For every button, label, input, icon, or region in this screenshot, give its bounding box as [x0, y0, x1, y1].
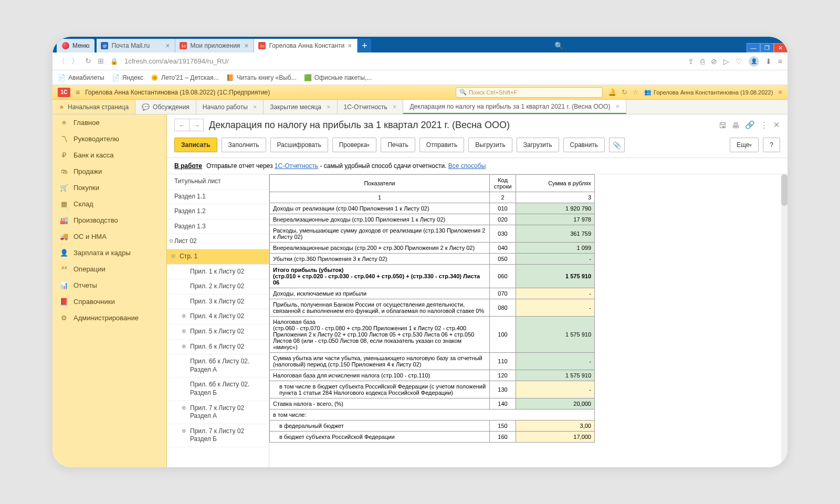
fill-button[interactable]: Заполнить: [222, 138, 266, 152]
grid-cell-value[interactable]: 1 575 910: [516, 265, 595, 288]
sidebar-item[interactable]: ⚙Администрирование: [52, 310, 166, 326]
grid-cell-value[interactable]: -: [516, 353, 595, 370]
nav-forward-icon[interactable]: 〉: [71, 57, 79, 66]
page-forward-button[interactable]: →: [189, 119, 204, 131]
status-link-1c[interactable]: 1С-Отчетность: [275, 162, 318, 170]
save-disk-icon[interactable]: 🖫: [719, 121, 727, 130]
tab-close-icon[interactable]: ×: [253, 103, 257, 111]
print-button[interactable]: Печать: [381, 138, 415, 152]
compare-button[interactable]: Сравнить: [563, 138, 605, 152]
status-work[interactable]: В работе: [174, 162, 202, 170]
browser-tab[interactable]: 1cГорелова Анна Константи×: [254, 39, 358, 52]
nav-reload-icon[interactable]: ↻: [85, 57, 91, 66]
sidebar-item[interactable]: 🛒Покупки: [52, 180, 166, 196]
tree-item[interactable]: ⊕Прил. 5 к Листу 02: [167, 324, 269, 340]
profile-avatar[interactable]: 👤: [749, 56, 759, 67]
grid-cell-value[interactable]: 1 099: [516, 243, 595, 254]
tree-item[interactable]: ⊕Прил. 6 к Листу 02: [167, 340, 269, 355]
download-button[interactable]: Загрузить: [517, 138, 559, 152]
history-icon[interactable]: ↻: [622, 88, 627, 96]
help-button[interactable]: ?: [763, 138, 780, 152]
grid-cell-value[interactable]: 1 575 910: [516, 370, 595, 381]
new-tab-button[interactable]: +: [358, 39, 371, 52]
grid-cell-value[interactable]: 361 759: [516, 225, 595, 243]
camera-icon[interactable]: ⎙: [700, 57, 705, 66]
tab-close-icon[interactable]: ×: [327, 103, 331, 111]
app-tab[interactable]: Начало работы×: [196, 100, 264, 114]
tree-item[interactable]: ⊕Прил. 4 к Листу 02: [167, 309, 269, 324]
star-icon[interactable]: ☆: [633, 88, 639, 96]
grid-cell-value[interactable]: -: [516, 381, 595, 398]
save-button[interactable]: Записать: [174, 138, 217, 152]
app-tab[interactable]: Закрытие месяца×: [264, 100, 337, 114]
sidebar-item[interactable]: 🚚ОС и НМА: [52, 228, 166, 245]
browser-tab[interactable]: 1cМои приложения×: [175, 39, 254, 52]
tree-expand-icon[interactable]: ⊕: [182, 328, 186, 334]
window-close-button[interactable]: ✕: [774, 43, 788, 52]
window-minimize-button[interactable]: —: [747, 43, 760, 52]
tabbar-search-icon[interactable]: 🔍: [552, 39, 566, 52]
tree-item[interactable]: Раздел 1.3: [167, 219, 269, 235]
sidebar-item[interactable]: ≡Главное: [52, 114, 166, 131]
heart-icon[interactable]: ♡: [736, 57, 742, 66]
extensions-icon[interactable]: ≡: [778, 57, 782, 66]
sidebar-item[interactable]: 🛍Продажи: [52, 163, 166, 180]
status-link-all[interactable]: Все способы: [448, 162, 486, 170]
app-tab[interactable]: Декларация по налогу на прибыль за 1 ква…: [403, 100, 626, 114]
tab-close-icon[interactable]: ×: [165, 41, 170, 50]
tree-item[interactable]: Прил. 2 к Листу 02: [167, 279, 269, 295]
window-maximize-button[interactable]: ❐: [760, 43, 774, 52]
tree-expand-icon[interactable]: ⊖: [171, 253, 175, 259]
tree-item[interactable]: ⊕Прил. 7 к Листу 02 Раздел А: [167, 401, 269, 424]
more-icon[interactable]: ≡: [778, 88, 782, 96]
tree-item[interactable]: Титульный лист: [167, 174, 269, 190]
link-icon[interactable]: 🔗: [745, 120, 755, 130]
opera-menu-button[interactable]: Меню: [57, 39, 94, 52]
app-tab[interactable]: ★Начальная страница: [52, 100, 135, 114]
global-search-input[interactable]: 🔍 Поиск Ctrl+Shift+F: [456, 87, 603, 98]
bookmark-item[interactable]: 📄Яндекс: [112, 74, 143, 81]
sidebar-item[interactable]: 🏭Производство: [52, 212, 166, 228]
tree-item[interactable]: Прил. 3 к Листу 02: [167, 295, 269, 310]
grid-cell-value[interactable]: 1 920 790: [516, 203, 595, 214]
more-button[interactable]: Еще: [730, 138, 759, 152]
sidebar-item[interactable]: 👤Зарплата и кадры: [52, 245, 166, 261]
send-button[interactable]: Отправить: [419, 138, 465, 152]
app-tab[interactable]: 1С-Отчетность×: [338, 100, 404, 114]
grid-cell-value[interactable]: 17 978: [516, 214, 595, 225]
tree-expand-icon[interactable]: ⊖: [169, 237, 173, 244]
grid-cell-value[interactable]: -: [516, 288, 595, 299]
bookmark-item[interactable]: 📙Читать книгу «Выб...: [226, 74, 297, 81]
tree-item[interactable]: ⊕Прил. 7 к Листу 02 Раздел Б: [167, 424, 269, 447]
bookmark-item[interactable]: 📄Авиабилеты: [58, 74, 104, 81]
tree-item[interactable]: Прил. 1 к Листу 02: [167, 265, 269, 280]
tree-item[interactable]: Раздел 1.1: [167, 190, 269, 205]
sidebar-item[interactable]: ₽Банк и касса: [52, 147, 166, 163]
nav-apps-icon[interactable]: ⊞: [98, 57, 104, 66]
block-icon[interactable]: ⊘: [711, 57, 717, 66]
section-tree[interactable]: Титульный листРаздел 1.1Раздел 1.2Раздел…: [167, 174, 269, 467]
bookmark-item[interactable]: 🌞Лето'21 – Детская...: [151, 74, 219, 81]
tree-item[interactable]: Прил. 6б к Листу 02. Раздел Б: [167, 377, 269, 401]
bell-icon[interactable]: 🔔: [608, 88, 616, 96]
play-icon[interactable]: ▷: [723, 57, 729, 66]
grid-cell-value[interactable]: 17,000: [516, 432, 595, 443]
bookmark-item[interactable]: 🟩Офисные пакеты,...: [304, 74, 372, 81]
user-info[interactable]: 👥 Горелова Анна Константиновна (19.08.20…: [644, 89, 773, 96]
grid-cell-value[interactable]: 20,000: [516, 398, 595, 410]
print-icon[interactable]: 🖶: [732, 121, 740, 130]
kebab-icon[interactable]: ⋮: [760, 120, 768, 130]
sidebar-item[interactable]: 〽Руководителю: [52, 131, 166, 147]
check-button[interactable]: Проверка: [332, 138, 377, 152]
decrypt-button[interactable]: Расшифровать: [270, 138, 328, 152]
tree-item[interactable]: Прил. 6б к Листу 02. Раздел А: [167, 354, 269, 377]
browser-tab[interactable]: @Почта Mail.ru×: [97, 39, 175, 52]
tree-expand-icon[interactable]: ⊕: [182, 343, 186, 350]
nav-back-icon[interactable]: 〈: [58, 57, 65, 66]
grid-cell-value[interactable]: 3,00: [516, 421, 595, 432]
grid-cell-value[interactable]: -: [516, 299, 595, 317]
tree-expand-icon[interactable]: ⊕: [182, 312, 186, 319]
tab-close-icon[interactable]: ×: [393, 103, 397, 111]
download-icon[interactable]: ⬇: [765, 57, 772, 66]
tree-item[interactable]: Раздел 1.2: [167, 204, 269, 219]
